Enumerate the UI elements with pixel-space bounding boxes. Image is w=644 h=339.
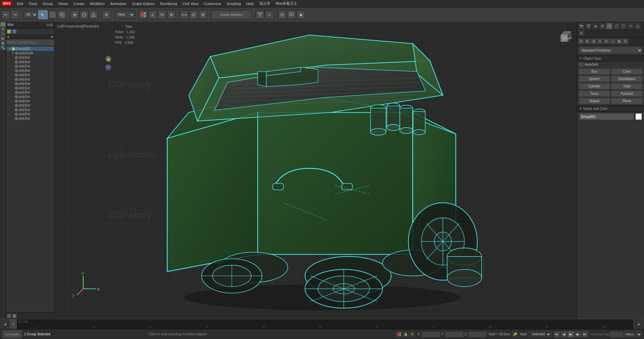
menu-graph-editors[interactable]: Graph Editors	[129, 1, 157, 6]
plane-btn[interactable]: Plane	[611, 98, 643, 104]
rp-tab-create[interactable]: ✦	[606, 23, 613, 29]
object-type-header[interactable]: ▼ Object Type	[577, 55, 644, 62]
move-btn[interactable]	[70, 10, 79, 19]
timeline-track[interactable]: 0 0 / 100 0102030405060708090100	[10, 319, 634, 329]
tree-item-poly-15[interactable]: polySur	[7, 116, 54, 121]
tube-btn[interactable]: Tube	[611, 83, 643, 89]
menu-tools[interactable]: Tools	[26, 1, 40, 6]
status-magnet-icon[interactable]: 🧲	[396, 331, 402, 337]
angle-snap-btn[interactable]: ∠	[148, 10, 157, 19]
first-frame-btn[interactable]: ⏮	[553, 331, 560, 338]
tree-item-poly-12[interactable]: polySur	[7, 103, 54, 108]
y-coord-input[interactable]	[445, 331, 464, 337]
rp-tab-helpers[interactable]: ⊕	[578, 30, 585, 37]
menu-edit[interactable]: Edit	[14, 1, 26, 6]
tree-item-polysurfa[interactable]: ▼ polySurfa	[7, 51, 54, 55]
render-btn[interactable]	[287, 10, 296, 19]
rp-icon-5[interactable]: ⊡	[603, 38, 609, 44]
tree-item-poly-9[interactable]: polySur	[7, 90, 54, 94]
menu-views[interactable]: Views	[55, 1, 70, 6]
z-coord-input[interactable]	[468, 331, 487, 337]
rp-tab-render[interactable]: 🎬	[585, 23, 592, 29]
rp-icon-1[interactable]: ⊟	[578, 38, 584, 44]
select-btn[interactable]	[38, 10, 48, 19]
torus-btn[interactable]: Torus	[579, 90, 610, 97]
rp-icon-3[interactable]: ◈	[591, 38, 597, 44]
rp-tab-shapes[interactable]: ⬡	[620, 23, 627, 29]
color-swatch[interactable]	[635, 113, 642, 120]
utilities-panel-btn[interactable]: 🔧	[0, 46, 6, 50]
next-frame-btn[interactable]: ▶	[575, 331, 581, 338]
menu-create[interactable]: Create	[71, 1, 87, 6]
x-coord-input[interactable]	[422, 331, 440, 337]
select-region-btn[interactable]	[48, 10, 57, 19]
percent-snap-btn[interactable]: %	[158, 10, 166, 19]
hierarchy-panel-btn[interactable]: ◇	[0, 31, 6, 36]
cone-btn[interactable]: Cone	[611, 68, 643, 75]
window-crossing-btn[interactable]	[58, 10, 66, 19]
rp-icon-6[interactable]: ↔	[610, 38, 616, 44]
tree-item-poly-11[interactable]: polySur	[7, 99, 54, 103]
scale-btn[interactable]	[89, 10, 98, 19]
tree-item-poly-13[interactable]: polySur	[7, 108, 54, 112]
scene-shield-icon[interactable]: 🛡	[12, 29, 17, 34]
snap-toggle-btn[interactable]: 🧲	[139, 10, 148, 19]
scene-lock-icon[interactable]: 🔒	[7, 29, 11, 34]
viewport[interactable]: [+][Perspective][Realistic] Total Polys:…	[55, 22, 577, 319]
name-color-header[interactable]: ▼ Name and Color	[577, 106, 644, 112]
teapot-btn[interactable]: Teapot	[579, 98, 610, 104]
tree-item-group001[interactable]: ▼ G Group001	[7, 47, 54, 51]
redo-btn[interactable]: ↪	[11, 10, 19, 19]
rp-tab-material[interactable]: ◈	[592, 23, 599, 29]
tree-item-poly-4[interactable]: polySur	[7, 68, 54, 73]
rp-tab-camera[interactable]: 📷	[578, 23, 585, 29]
scene-bottom-btn2[interactable]: ◈	[12, 314, 17, 318]
render-setup-btn[interactable]	[278, 10, 286, 19]
undo-btn[interactable]: ↩	[1, 10, 10, 19]
geosphere-btn[interactable]: GeoSphere	[611, 76, 643, 82]
menu-modifiers[interactable]: Modifiers	[87, 1, 108, 6]
timeline-next-frame[interactable]: ▶	[634, 319, 644, 329]
timeline-prev-frame[interactable]: ◀	[0, 319, 10, 329]
tree-item-poly-6[interactable]: polySur	[7, 77, 54, 81]
standard-primitives-dropdown[interactable]: Standard Primitives Extended Primitives …	[579, 47, 643, 54]
rp-icon-7[interactable]: ◉	[616, 38, 622, 44]
scene-nav-left[interactable]: ◀	[7, 35, 9, 39]
status-key-icon[interactable]: ⚙	[409, 331, 415, 337]
filter-dropdown[interactable]: All	[23, 11, 38, 18]
tree-item-poly-7[interactable]: polySur	[7, 81, 54, 86]
set-k-input[interactable]	[609, 331, 623, 337]
viewport-mode-dropdown[interactable]: View	[115, 11, 135, 18]
status-lock-icon[interactable]: 🔒	[402, 331, 409, 337]
prev-frame-btn[interactable]: ◀	[560, 331, 567, 338]
menu-rendering[interactable]: Rendering	[157, 1, 180, 6]
tree-item-poly-14[interactable]: polySur	[7, 112, 54, 116]
rp-icon-2[interactable]: ⊞	[584, 38, 590, 44]
rp-icon-8[interactable]: ⊕	[623, 38, 629, 44]
reference-coord-btn[interactable]	[102, 10, 111, 19]
create-panel-btn[interactable]: +	[0, 22, 6, 27]
menu-animation[interactable]: Animation	[107, 1, 129, 6]
rp-tab-cameras[interactable]: 🎥	[634, 23, 641, 29]
tree-item-poly-10[interactable]: polySur	[7, 94, 54, 99]
align-btn[interactable]: ⊟	[189, 10, 198, 19]
name-input[interactable]	[579, 113, 634, 120]
menu-group[interactable]: Group	[40, 1, 56, 6]
scene-nav-right[interactable]: ▶	[51, 35, 54, 39]
active-shade-btn[interactable]: ◉	[297, 10, 305, 19]
tree-item-poly-5[interactable]: polySur	[7, 73, 54, 77]
scene-filter-input[interactable]	[6, 39, 54, 46]
spinner-snap-btn[interactable]: ⊕	[167, 10, 176, 19]
rp-icon-4[interactable]: ✦	[597, 38, 603, 44]
rp-tab-geo[interactable]: ◯	[613, 23, 620, 29]
menu-help[interactable]: Help	[244, 1, 257, 6]
schematic-view-btn[interactable]	[256, 10, 264, 19]
tree-item-poly-8[interactable]: polySur	[7, 86, 54, 90]
box-btn[interactable]: Box	[579, 68, 610, 75]
modify-panel-btn[interactable]: ⚙	[0, 27, 6, 31]
last-frame-btn[interactable]: ⏭	[582, 331, 588, 338]
menu-scripting[interactable]: Scripting	[224, 1, 244, 6]
sphere-btn[interactable]: Sphere	[579, 76, 610, 82]
motion-panel-btn[interactable]: ▶	[0, 36, 6, 41]
nav-cube[interactable]: FRONT	[554, 25, 574, 45]
